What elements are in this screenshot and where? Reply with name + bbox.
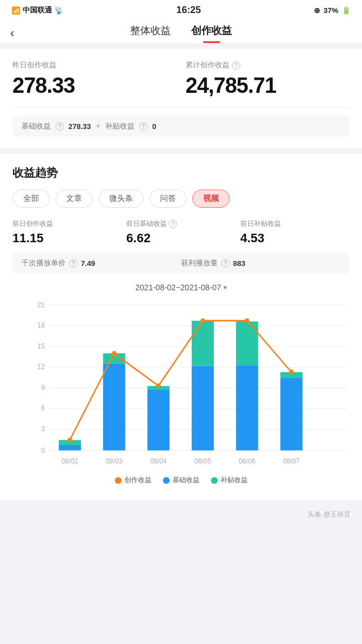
chart-container: 21 18 15 12 9 6 3 0 [12,299,350,469]
subsidy-label: 补贴收益 [105,121,135,131]
stat-subsidy-label: 前日补贴收益 [240,219,350,229]
date-range-selector[interactable]: 2021-08-02~2021-08-07 ▾ [12,283,350,292]
battery-label: 37% [324,6,338,15]
filter-tabs: 全部 文章 微头条 问答 视频 [12,190,350,208]
filter-article[interactable]: 文章 [55,190,93,208]
filter-video[interactable]: 视频 [192,190,230,208]
bar-base-0 [59,445,81,450]
location-icon: ⊕ [314,6,320,15]
trend-title: 收益趋势 [12,165,350,181]
svg-text:0: 0 [41,446,45,455]
status-time: 16:25 [176,5,201,16]
tab-creation[interactable]: 创作收益 [191,24,232,43]
base-subsidy-row: 基础收益 ? 278.33 + 补贴收益 ? 0 [12,115,350,137]
bar-base-5 [281,377,303,450]
filter-all[interactable]: 全部 [12,190,50,208]
signal-icon: 📶 [11,6,20,15]
svg-text:08/05: 08/05 [195,457,212,466]
stat-base: 前日基础收益 ? 6.62 [126,219,235,246]
plus-sign: + [96,121,101,131]
base-value: 278.33 [68,122,91,131]
footer-avatar-text: 头条 @王祥言 [308,510,351,518]
battery-icon: 🔋 [342,6,351,15]
total-earnings: 累计创作收益 ? 24,785.71 [186,60,350,98]
line-dot-5 [289,370,294,375]
svg-text:12: 12 [37,363,45,371]
legend-creation-label: 创作收益 [124,475,152,485]
bar-subsidy-3 [192,321,214,366]
stat-base-value: 6.62 [126,231,235,246]
legend-subsidy-dot [211,477,218,484]
back-button[interactable]: ‹ [10,26,14,41]
subsidy-info-icon[interactable]: ? [139,122,148,131]
svg-text:08/02: 08/02 [62,457,79,466]
svg-text:3: 3 [41,424,45,433]
line-dot-0 [68,437,72,443]
legend-subsidy-label: 补贴收益 [221,475,248,485]
date-range-label: 2021-08-02~2021-08-07 [135,283,221,292]
chart-legend: 创作收益 基础收益 补贴收益 [12,469,350,488]
cpm-label: 千次播放单价 [21,258,66,268]
carrier-label: 中国联通 [23,5,52,15]
trend-card: 收益趋势 全部 文章 微头条 问答 视频 前日创作收益 11.15 前日基础收益… [0,154,362,500]
bar-subsidy-4 [236,321,258,365]
stat-creation-label: 前日创作收益 [12,219,122,229]
legend-base-dot [163,477,170,484]
date-range-arrow: ▾ [223,284,227,291]
bar-base-4 [236,365,258,450]
svg-text:15: 15 [37,342,45,350]
plays-stat: 获利播放量 ? 883 [181,258,341,268]
stat-creation-value: 11.15 [12,231,122,246]
legend-creation: 创作收益 [115,475,152,485]
cpm-info-icon[interactable]: ? [69,259,77,268]
status-carrier: 📶 中国联通 📡 [11,5,63,15]
svg-text:08/07: 08/07 [283,457,300,466]
legend-base-label: 基础收益 [173,475,200,485]
yesterday-earnings: 昨日创作收益 278.33 [12,60,176,98]
bar-base-2 [148,389,170,450]
bar-base-3 [192,366,214,450]
earnings-chart: 21 18 15 12 9 6 3 0 [28,299,350,469]
bar-base-1 [103,364,125,450]
status-right: ⊕ 37% 🔋 [314,6,351,15]
subsidy-value: 0 [152,122,156,131]
line-dot-3 [201,318,205,323]
line-dot-1 [112,351,117,356]
yesterday-value: 278.33 [12,74,176,98]
filter-qa[interactable]: 问答 [149,190,187,208]
yesterday-label: 昨日创作收益 [12,60,176,70]
line-dot-4 [245,318,249,323]
plays-label: 获利播放量 [181,258,218,268]
svg-text:08/03: 08/03 [106,457,123,466]
svg-text:08/06: 08/06 [239,457,256,466]
total-value: 24,785.71 [186,74,350,98]
plays-value: 883 [233,259,245,268]
header: ‹ 整体收益 创作收益 [0,18,362,43]
cpm-stat: 千次播放单价 ? 7.49 [21,258,181,268]
stat-base-info-icon[interactable]: ? [169,220,177,228]
top-earnings-card: 昨日创作收益 278.33 累计创作收益 ? 24,785.71 基础收益 ? … [0,49,362,148]
legend-subsidy: 补贴收益 [211,475,248,485]
base-info-icon[interactable]: ? [55,122,64,131]
stat-creation: 前日创作收益 11.15 [12,219,122,246]
stat-subsidy-value: 4.53 [240,231,350,246]
base-label: 基础收益 [21,121,51,131]
filter-wtt[interactable]: 微头条 [98,190,144,208]
svg-text:9: 9 [41,383,45,392]
header-tabs: 整体收益 创作收益 [130,24,232,43]
tab-overall[interactable]: 整体收益 [130,24,171,43]
legend-creation-dot [115,477,122,484]
line-dot-2 [156,384,161,389]
earnings-grid: 昨日创作收益 278.33 累计创作收益 ? 24,785.71 [12,60,350,98]
status-bar: 📶 中国联通 📡 16:25 ⊕ 37% 🔋 [0,0,362,18]
stat-subsidy: 前日补贴收益 4.53 [240,219,350,246]
svg-text:18: 18 [37,321,45,330]
svg-text:08/04: 08/04 [150,457,167,466]
extra-stats-row: 千次播放单价 ? 7.49 获利播放量 ? 883 [12,252,350,274]
svg-text:21: 21 [37,301,45,310]
total-info-icon[interactable]: ? [232,61,240,70]
plays-info-icon[interactable]: ? [221,259,230,268]
stat-base-label: 前日基础收益 ? [126,219,235,229]
legend-base: 基础收益 [163,475,200,485]
svg-text:6: 6 [41,404,45,413]
